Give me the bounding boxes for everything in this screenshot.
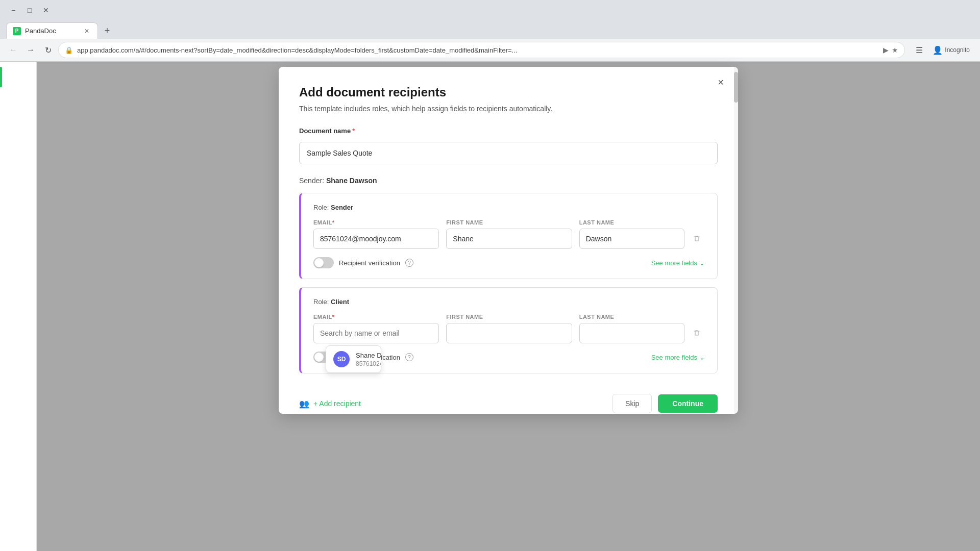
url-text: app.pandadoc.com/a/#/documents-next?sort… bbox=[77, 46, 879, 54]
tab-label: PandaDoc bbox=[25, 27, 78, 35]
verification-row-1: Recipient verification ? bbox=[313, 257, 413, 268]
chevron-down-icon-2: ⌄ bbox=[699, 354, 705, 361]
autocomplete-name: Shane Dawson (you) bbox=[356, 352, 381, 359]
sidebar bbox=[0, 62, 37, 551]
scrollbar-thumb bbox=[734, 72, 738, 103]
autocomplete-info: Shane Dawson (you) 85761024@moodjoy.com bbox=[356, 352, 381, 367]
autocomplete-email: 85761024@moodjoy.com bbox=[356, 360, 381, 367]
last-name-with-delete-1: LAST NAME bbox=[579, 219, 705, 249]
url-icons: ▶ ★ bbox=[883, 46, 898, 54]
email-input-1[interactable] bbox=[313, 229, 439, 249]
last-name-with-delete-2: LAST NAME bbox=[579, 314, 705, 343]
last-name-input-1[interactable] bbox=[579, 229, 684, 249]
toggle-thumb-2 bbox=[314, 353, 324, 362]
incognito-text: Incognito bbox=[945, 46, 970, 54]
cast-icon[interactable]: ▶ bbox=[883, 46, 889, 54]
modal-overlay: × Add document recipients This template … bbox=[37, 62, 980, 551]
active-tab[interactable]: P PandaDoc ✕ bbox=[6, 22, 98, 39]
modal-footer: 👥 + Add recipient Skip Continue bbox=[299, 386, 718, 413]
email-search-input-2[interactable] bbox=[313, 323, 439, 343]
toggle-thumb-1 bbox=[314, 258, 324, 267]
first-name-input-2[interactable] bbox=[446, 323, 572, 343]
tab-close-button[interactable]: ✕ bbox=[82, 27, 91, 36]
address-bar: ← → ↻ 🔒 app.pandadoc.com/a/#/documents-n… bbox=[0, 39, 980, 61]
avatar-circle: SD bbox=[333, 351, 350, 367]
delete-recipient-2-button[interactable] bbox=[689, 325, 705, 341]
see-more-fields-2[interactable]: See more fields ⌄ bbox=[651, 354, 705, 361]
last-name-input-2[interactable] bbox=[579, 323, 684, 343]
delete-recipient-1-button[interactable] bbox=[689, 231, 705, 247]
close-window-button[interactable]: ✕ bbox=[39, 3, 53, 17]
tab-bar: P PandaDoc ✕ + bbox=[0, 20, 980, 39]
email-label-1: EMAIL* bbox=[313, 219, 439, 226]
fields-row-1: EMAIL* FIRST NAME LAST NAME bbox=[313, 219, 705, 249]
autocomplete-item-1[interactable]: SD Shane Dawson (you) 85761024@moodjoy.c… bbox=[326, 346, 381, 372]
tab-favicon: P bbox=[13, 27, 21, 35]
role-name-2: Client bbox=[331, 298, 349, 306]
required-star: * bbox=[352, 127, 355, 135]
verification-info-icon-1[interactable]: ? bbox=[405, 259, 413, 267]
email-label-2: EMAIL* bbox=[313, 314, 439, 320]
document-name-label: Document name * bbox=[299, 127, 718, 135]
last-name-label-2: LAST NAME bbox=[579, 314, 684, 320]
page-content: × Add document recipients This template … bbox=[0, 62, 980, 551]
modal-close-button[interactable]: × bbox=[714, 75, 728, 89]
recipient-footer-1: Recipient verification ? See more fields… bbox=[313, 257, 705, 268]
add-recipient-label: + Add recipient bbox=[313, 399, 361, 408]
new-tab-button[interactable]: + bbox=[100, 23, 114, 38]
incognito-icon: 👤 bbox=[933, 45, 943, 55]
bookmark-icon[interactable]: ★ bbox=[892, 46, 898, 54]
modal-title: Add document recipients bbox=[299, 85, 718, 99]
extensions-button[interactable]: ☰ bbox=[912, 43, 926, 57]
sender-name: Shane Dawson bbox=[326, 177, 377, 185]
role-name-1: Sender bbox=[331, 204, 353, 211]
email-field-group-1: EMAIL* bbox=[313, 219, 439, 249]
forward-button[interactable]: → bbox=[23, 43, 38, 57]
incognito-badge: 👤 Incognito bbox=[928, 44, 974, 56]
add-recipient-button[interactable]: 👥 + Add recipient bbox=[299, 395, 361, 413]
first-name-label-2: FIRST NAME bbox=[446, 314, 572, 320]
skip-button[interactable]: Skip bbox=[612, 394, 652, 413]
document-name-field: Document name * bbox=[299, 127, 718, 164]
add-person-icon: 👥 bbox=[299, 399, 309, 409]
role-label-1: Role: Sender bbox=[313, 204, 705, 211]
first-name-input-1[interactable] bbox=[446, 229, 572, 249]
first-name-label-1: FIRST NAME bbox=[446, 219, 572, 226]
see-more-fields-1[interactable]: See more fields ⌄ bbox=[651, 259, 705, 267]
footer-actions: Skip Continue bbox=[612, 394, 718, 413]
sidebar-green-bar bbox=[0, 67, 2, 87]
modal-subtitle: This template includes roles, which help… bbox=[299, 105, 718, 113]
recipient-section-2: Role: Client EMAIL* SD bbox=[299, 287, 718, 373]
verification-label-1: Recipient verification bbox=[339, 259, 400, 267]
sender-info: Sender: Shane Dawson bbox=[299, 177, 718, 185]
reload-button[interactable]: ↻ bbox=[41, 43, 55, 57]
modal-dialog: × Add document recipients This template … bbox=[279, 67, 738, 414]
minimize-button[interactable]: − bbox=[6, 3, 20, 17]
fields-row-2: EMAIL* SD Shane Dawson (you) 857610 bbox=[313, 314, 705, 343]
last-name-field-group-2: LAST NAME bbox=[579, 314, 684, 343]
back-button[interactable]: ← bbox=[6, 43, 20, 57]
autocomplete-dropdown: SD Shane Dawson (you) 85761024@moodjoy.c… bbox=[326, 345, 381, 373]
lock-icon: 🔒 bbox=[65, 46, 73, 54]
chevron-down-icon-1: ⌄ bbox=[699, 259, 705, 267]
verification-info-icon-2[interactable]: ? bbox=[405, 353, 413, 361]
url-bar[interactable]: 🔒 app.pandadoc.com/a/#/documents-next?so… bbox=[58, 42, 905, 58]
window-controls: − □ ✕ bbox=[6, 3, 53, 17]
browser-actions: ☰ 👤 Incognito bbox=[912, 43, 974, 57]
maximize-button[interactable]: □ bbox=[22, 3, 37, 17]
continue-button[interactable]: Continue bbox=[658, 394, 718, 413]
browser-titlebar: − □ ✕ bbox=[0, 0, 980, 20]
first-name-field-group-1: FIRST NAME bbox=[446, 219, 572, 249]
search-dropdown-container: SD Shane Dawson (you) 85761024@moodjoy.c… bbox=[313, 323, 439, 343]
email-search-field-group-2: EMAIL* SD Shane Dawson (you) 857610 bbox=[313, 314, 439, 343]
document-name-input[interactable] bbox=[299, 142, 718, 164]
last-name-label-1: LAST NAME bbox=[579, 219, 684, 226]
last-name-field-group-1: LAST NAME bbox=[579, 219, 684, 249]
role-label-2: Role: Client bbox=[313, 298, 705, 306]
recipient-section-1: Role: Sender EMAIL* FIRST NAME bbox=[299, 193, 718, 279]
browser-chrome: − □ ✕ P PandaDoc ✕ + ← → ↻ 🔒 app.pandado… bbox=[0, 0, 980, 62]
first-name-field-group-2: FIRST NAME bbox=[446, 314, 572, 343]
modal-scrollbar[interactable] bbox=[734, 67, 738, 414]
verification-toggle-1[interactable] bbox=[313, 257, 334, 268]
